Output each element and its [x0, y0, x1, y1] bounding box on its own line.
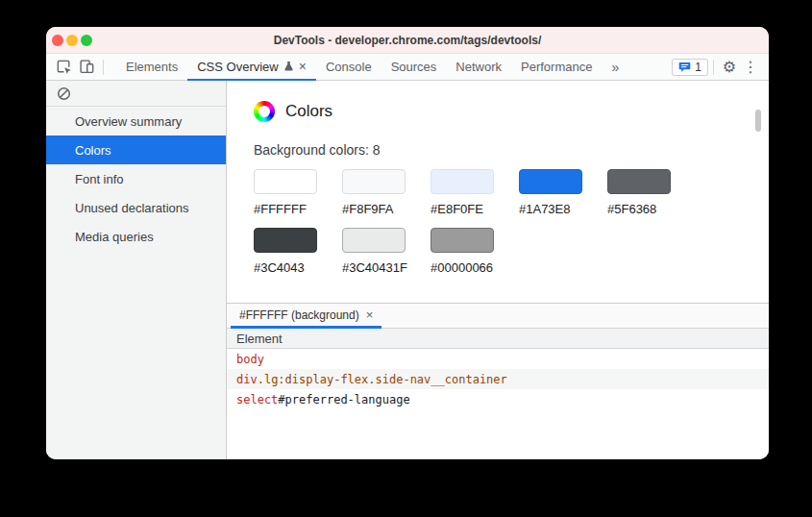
- color-swatch[interactable]: [607, 169, 671, 194]
- tab-label: Network: [455, 60, 502, 74]
- background-colors-count: Background colors: 8: [254, 142, 769, 158]
- color-hex-label: #3C4043: [254, 260, 317, 275]
- color-hex-label: #E8F0FE: [431, 202, 494, 216]
- element-tag: body: [236, 353, 264, 366]
- more-tabs-button[interactable]: »: [602, 54, 628, 80]
- close-tab-icon[interactable]: ×: [299, 60, 307, 73]
- color-hex-label: #3C40431F: [342, 260, 406, 275]
- color-hex-label: #1A73E8: [519, 202, 582, 216]
- zoom-window-button[interactable]: [81, 35, 92, 46]
- tab-label: Sources: [391, 60, 437, 74]
- tab-css-overview[interactable]: CSS Overview ×: [187, 54, 316, 81]
- issues-bubble-icon: [678, 62, 691, 73]
- color-hex-label: #F8F9FA: [342, 202, 406, 216]
- tab-label: Elements: [126, 60, 178, 74]
- color-cell: #1A73E8: [519, 169, 582, 216]
- inspect-cursor-icon: [56, 59, 72, 75]
- sidebar-item-unused-declarations[interactable]: Unused declarations: [46, 193, 226, 222]
- color-swatch[interactable]: [431, 228, 494, 253]
- window-title: DevTools - developer.chrome.com/tags/dev…: [274, 34, 542, 47]
- element-tag: select: [236, 393, 278, 406]
- clear-overview-icon[interactable]: [57, 86, 71, 101]
- kebab-menu-icon[interactable]: ⋮: [740, 58, 761, 76]
- section-title: Colors: [285, 102, 332, 121]
- color-cell: #F8F9FA: [342, 169, 406, 216]
- color-swatch[interactable]: [342, 228, 406, 253]
- tab-label: CSS Overview: [197, 60, 279, 74]
- element-row-select-preferred-language[interactable]: select#preferred-language: [227, 389, 769, 409]
- issues-count: 1: [695, 61, 701, 74]
- color-wheel-icon: [254, 101, 275, 122]
- sidebar-item-colors[interactable]: Colors: [46, 135, 226, 164]
- element-row-body[interactable]: body: [227, 349, 769, 369]
- issues-button[interactable]: 1: [672, 59, 708, 76]
- color-cell: #00000066: [431, 228, 494, 275]
- tab-label: Console: [326, 60, 372, 74]
- close-window-button[interactable]: [52, 35, 63, 46]
- color-swatch[interactable]: [254, 169, 317, 194]
- sidebar-item-media-queries[interactable]: Media queries: [46, 222, 226, 251]
- sidebar-item-font-info[interactable]: Font info: [46, 164, 226, 193]
- color-hex-label: #FFFFFF: [254, 202, 317, 216]
- color-cell: #5F6368: [607, 169, 671, 216]
- color-swatch[interactable]: [254, 228, 317, 253]
- color-detail-section: #FFFFFF (background) × Element body div.…: [227, 303, 769, 409]
- detail-tab-label: #FFFFFF (background): [239, 308, 359, 322]
- color-cell: #E8F0FE: [431, 169, 494, 216]
- sidebar-toolbar: [46, 81, 226, 107]
- inspect-element-button[interactable]: [52, 54, 75, 80]
- tab-sources[interactable]: Sources: [381, 54, 447, 80]
- settings-gear-icon[interactable]: ⚙: [719, 58, 740, 76]
- css-overview-sidebar: Overview summary Colors Font info Unused…: [46, 81, 227, 459]
- tab-console[interactable]: Console: [316, 54, 381, 80]
- color-cell: #FFFFFF: [254, 169, 317, 216]
- device-toolbar-button[interactable]: [75, 54, 98, 80]
- experiment-flask-icon: [283, 61, 294, 72]
- detail-tabbar: #FFFFFF (background) ×: [227, 304, 769, 329]
- sidebar-item-overview-summary[interactable]: Overview summary: [46, 107, 226, 135]
- toolbar-separator: [103, 60, 104, 75]
- color-cell: #3C40431F: [342, 228, 406, 275]
- titlebar: DevTools - developer.chrome.com/tags/dev…: [46, 27, 769, 54]
- element-classes: .lg:display-flex.side-nav__container: [258, 373, 507, 386]
- tab-performance[interactable]: Performance: [511, 54, 602, 80]
- element-tag: div: [236, 373, 258, 386]
- color-swatch[interactable]: [519, 169, 582, 194]
- toolbar-right: 1 ⚙ ⋮: [672, 54, 769, 80]
- swatch-grid: #FFFFFF #F8F9FA #E8F0FE #1A73E8 #5F6368: [254, 169, 769, 275]
- color-swatch[interactable]: [342, 169, 406, 194]
- vertical-scrollbar-thumb[interactable]: [755, 110, 761, 132]
- element-id: #preferred-language: [278, 393, 409, 406]
- tab-elements[interactable]: Elements: [116, 54, 187, 80]
- colors-section-header: Colors: [254, 101, 769, 122]
- devtools-toolbar: Elements CSS Overview × Console Sources …: [46, 54, 769, 81]
- device-toolbar-icon: [79, 59, 95, 75]
- minimize-window-button[interactable]: [66, 35, 78, 46]
- element-column-header: Element: [227, 329, 769, 349]
- devtools-body: Overview summary Colors Font info Unused…: [46, 81, 769, 459]
- traffic-lights: [52, 27, 92, 53]
- color-hex-label: #5F6368: [607, 202, 671, 216]
- element-row-div-side-nav[interactable]: div.lg:display-flex.side-nav__container: [227, 369, 769, 389]
- tab-label: Performance: [521, 60, 592, 74]
- chevron-double-right-icon: »: [611, 60, 619, 75]
- detail-tab-ffffff-background[interactable]: #FFFFFF (background) ×: [231, 304, 381, 329]
- close-detail-tab-icon[interactable]: ×: [366, 308, 374, 322]
- color-hex-label: #00000066: [431, 260, 494, 275]
- colors-panel: Colors Background colors: 8 #FFFFFF #F8F…: [227, 81, 769, 459]
- color-cell: #3C4043: [254, 228, 317, 275]
- tab-network[interactable]: Network: [446, 54, 511, 80]
- color-swatch[interactable]: [431, 169, 494, 194]
- panel-tabs: Elements CSS Overview × Console Sources …: [116, 54, 628, 80]
- toolbar-separator: [713, 60, 714, 75]
- devtools-window: DevTools - developer.chrome.com/tags/dev…: [46, 27, 769, 459]
